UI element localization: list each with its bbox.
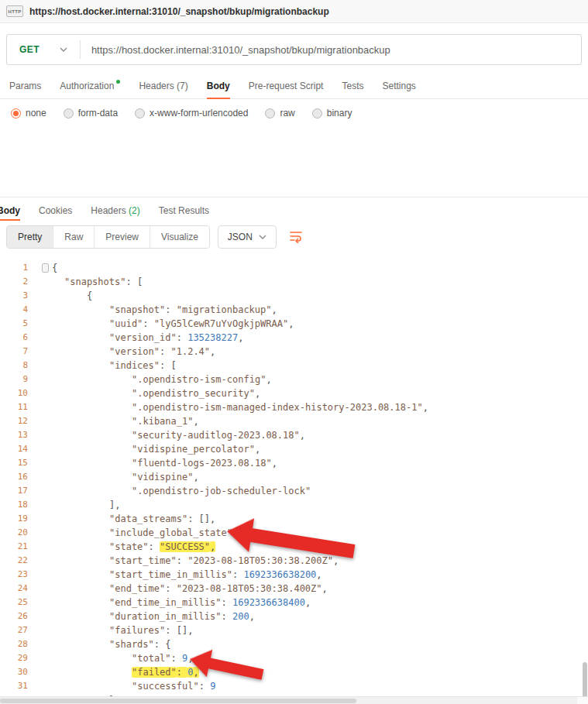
radio-icon — [64, 108, 74, 118]
code-line: 29"total": 9, — [5, 651, 588, 665]
code-line: 25"end_time_in_millis": 1692336638400, — [5, 596, 588, 610]
body-mode-none-label: none — [26, 108, 46, 118]
code-line: 15"fluentd-logs-2023.08.18", — [5, 456, 588, 470]
radio-selected-icon — [11, 108, 21, 118]
body-mode-form-data[interactable]: form-data — [64, 108, 118, 118]
line-number: 9 — [5, 373, 28, 386]
body-mode-selector: none form-data x-www-form-urlencoded raw… — [0, 99, 588, 127]
line-number: 19 — [5, 512, 28, 526]
body-mode-urlencoded-label: x-www-form-urlencoded — [150, 108, 248, 118]
chevron-down-icon — [259, 235, 266, 239]
code-line: 17".opendistro-job-scheduler-lock" — [5, 484, 588, 498]
body-mode-none[interactable]: none — [11, 108, 46, 118]
code-line: 18], — [5, 498, 588, 512]
code-line: 22"start_time": "2023-08-18T05:30:38.200… — [5, 554, 588, 568]
view-mode-visualize[interactable]: Visualize — [150, 226, 209, 248]
line-number: 18 — [5, 498, 28, 512]
request-body-empty-area — [0, 127, 588, 197]
request-url-row: GET — [6, 34, 582, 65]
code-line: 16"vidispine", — [5, 470, 588, 484]
response-pane: Body Cookies Headers (2) Test Results Pr… — [0, 197, 588, 704]
response-tab-body[interactable]: Body — [0, 199, 20, 222]
code-line: 5"uuid": "lyG5lCewR7uYvOgkjpWRAA", — [5, 317, 588, 331]
line-number: 25 — [5, 596, 28, 610]
tab-headers[interactable]: Headers (7) — [139, 73, 187, 98]
code-line: 4"snapshot": "migrationbackup", — [5, 303, 588, 317]
code-line: 27"failures": [], — [5, 623, 588, 637]
tab-authorization[interactable]: Authorization — [60, 73, 120, 98]
body-mode-raw[interactable]: raw — [265, 108, 294, 118]
view-mode-pretty[interactable]: Pretty — [7, 226, 53, 248]
line-number: 6 — [5, 331, 28, 345]
line-number: 14 — [5, 442, 28, 456]
line-number: 28 — [5, 637, 28, 651]
body-mode-raw-label: raw — [280, 108, 294, 118]
line-number: 20 — [5, 526, 28, 540]
code-line: 28"shards": { — [5, 637, 588, 651]
request-title-url: https://host.docker.internal:31010/_snap… — [29, 6, 329, 17]
divider — [80, 40, 81, 59]
line-number: 21 — [5, 540, 28, 554]
method-select[interactable]: GET — [7, 35, 80, 64]
code-line: 14"vidispine_percolator", — [5, 442, 588, 456]
line-number: 3 — [5, 289, 28, 303]
body-mode-urlencoded[interactable]: x-www-form-urlencoded — [135, 108, 248, 118]
response-tab-cookies[interactable]: Cookies — [39, 199, 72, 222]
code-line: 2"snapshots": [ — [5, 275, 588, 289]
body-mode-binary[interactable]: binary — [312, 108, 352, 118]
line-number: 29 — [5, 651, 28, 665]
tab-params[interactable]: Params — [9, 73, 41, 98]
code-line: 23"start_time_in_millis": 1692336638200, — [5, 568, 588, 582]
vertical-scrollbar-thumb[interactable] — [583, 662, 587, 698]
line-number: 4 — [5, 303, 28, 317]
response-tab-headers-label: Headers — [91, 205, 126, 216]
line-number: 1 — [5, 261, 28, 275]
code-line: 24"end_time": "2023-08-18T05:30:38.400Z"… — [5, 582, 588, 596]
radio-icon — [265, 108, 275, 118]
line-number: 16 — [5, 470, 28, 484]
line-number: 7 — [5, 345, 28, 359]
wrap-lines-icon — [289, 229, 303, 243]
code-line: 6"version_id": 135238227, — [5, 331, 588, 345]
line-number: 15 — [5, 456, 28, 470]
tab-settings[interactable]: Settings — [382, 73, 415, 98]
radio-icon — [135, 108, 145, 118]
tab-body[interactable]: Body — [207, 73, 230, 98]
line-number: 24 — [5, 582, 28, 596]
code-line: 26"duration_in_millis": 200, — [5, 610, 588, 623]
language-select-value: JSON — [228, 232, 253, 242]
horizontal-scrollbar[interactable] — [0, 696, 588, 704]
tab-tests[interactable]: Tests — [342, 73, 363, 98]
code-line: 10".opendistro_security", — [5, 386, 588, 400]
chevron-down-icon — [60, 47, 67, 52]
body-mode-binary-label: binary — [327, 108, 352, 118]
code-line: 21"state": "SUCCESS", — [5, 540, 588, 554]
response-tab-headers[interactable]: Headers (2) — [91, 199, 139, 222]
response-tabs: Body Cookies Headers (2) Test Results — [0, 197, 588, 222]
language-select[interactable]: JSON — [218, 225, 277, 249]
code-lines: 1{2"snapshots": [3{4"snapshot": "migrati… — [5, 261, 588, 704]
horizontal-scrollbar-thumb[interactable] — [0, 699, 356, 703]
line-number: 8 — [5, 359, 28, 373]
response-code-viewer[interactable]: 1{2"snapshots": [3{4"snapshot": "migrati… — [0, 255, 588, 704]
code-line: 13"security-auditlog-2023.08.18", — [5, 428, 588, 442]
response-tab-test-results[interactable]: Test Results — [159, 199, 209, 222]
line-number: 22 — [5, 554, 28, 568]
line-number: 23 — [5, 568, 28, 582]
view-mode-preview[interactable]: Preview — [95, 226, 150, 248]
code-line: 19"data_streams": [], — [5, 512, 588, 526]
authorization-status-dot — [116, 80, 120, 84]
tab-pre-request-script[interactable]: Pre-request Script — [249, 73, 324, 98]
body-mode-form-data-label: form-data — [78, 108, 118, 118]
wrap-lines-button[interactable] — [286, 226, 306, 249]
view-mode-raw[interactable]: Raw — [53, 226, 95, 248]
method-select-value: GET — [19, 44, 40, 55]
line-number: 12 — [5, 414, 28, 428]
url-input[interactable] — [91, 44, 581, 56]
radio-icon — [312, 108, 322, 118]
response-view-toolbar: Pretty Raw Preview Visualize JSON — [0, 222, 588, 255]
line-number: 2 — [5, 275, 28, 289]
line-number: 31 — [5, 679, 28, 693]
line-number: 30 — [5, 665, 28, 679]
code-line: 30"failed": 0, — [5, 665, 588, 679]
